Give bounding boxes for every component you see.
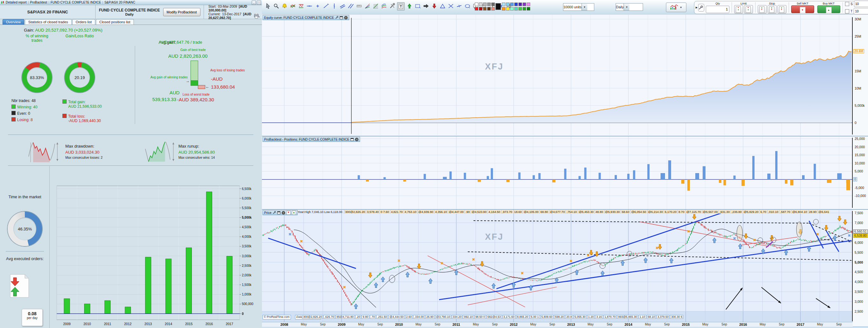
right-arrow-icon[interactable] (423, 2, 430, 10)
point-icon[interactable] (314, 2, 321, 10)
window-icon[interactable] (350, 138, 354, 141)
buy-marker-icon[interactable]: ▲ (292, 211, 296, 215)
chart-type-button[interactable]: ▼ (666, 3, 686, 12)
units-select[interactable]: 10000 units▼ (563, 3, 594, 11)
t-checkbox[interactable] (845, 9, 849, 13)
pattern-detection-icon[interactable] (289, 2, 296, 10)
parallel-lines-icon[interactable] (339, 2, 346, 10)
buy-mkt-button[interactable]: ▲ (817, 5, 840, 13)
palette-color[interactable] (491, 3, 495, 6)
price-panel-tab[interactable]: Price × ▼ ▲ (262, 210, 298, 215)
palette-color[interactable] (491, 7, 495, 10)
svg-text:2012: 2012 (124, 322, 132, 326)
window-icon[interactable] (277, 211, 280, 214)
close-icon[interactable]: × (355, 138, 359, 141)
wrench-icon[interactable] (273, 211, 276, 214)
svg-text:✖: ✖ (847, 233, 851, 238)
palette-color[interactable] (514, 3, 518, 6)
palette-color[interactable] (487, 3, 491, 6)
palette-color[interactable] (519, 7, 522, 10)
palette-color[interactable] (510, 7, 514, 10)
position-bar (487, 176, 489, 179)
sell-marker-icon[interactable]: ▼ (286, 211, 290, 215)
palette-color[interactable] (483, 7, 487, 10)
xaxis-year: 2011 (453, 323, 460, 326)
arcs-icon[interactable] (380, 2, 388, 10)
palette-color[interactable] (475, 3, 478, 6)
lasso-icon[interactable] (464, 2, 471, 10)
fan-lines-icon[interactable] (364, 2, 371, 10)
palette-color[interactable] (475, 7, 478, 10)
pointer-icon[interactable] (265, 2, 272, 10)
zoom-icon[interactable] (273, 2, 280, 10)
palette-color[interactable] (502, 7, 505, 10)
trade-info-label: @4,939.80 (417, 210, 434, 214)
price-chart[interactable]: ✖✖✖✖✖✖✖✖✖✖✖✖✖✖✖ (262, 210, 853, 322)
palette-color[interactable] (483, 3, 487, 6)
equity-chart[interactable] (262, 14, 853, 135)
palette-color[interactable] (523, 7, 526, 10)
crossed-lines-icon[interactable] (447, 2, 455, 10)
palette-color[interactable] (514, 7, 518, 10)
collapse-arrow-icon[interactable]: ▶ (695, 6, 698, 9)
palette-color[interactable] (479, 7, 483, 10)
qty-group: Qty (704, 2, 731, 13)
segment-cross-icon[interactable] (456, 2, 463, 10)
stop-order-button-1[interactable]: ▲▼ (758, 5, 767, 13)
palette-color[interactable] (502, 3, 505, 6)
s-input[interactable] (854, 1, 868, 7)
palette-color[interactable] (506, 7, 509, 10)
trade-info-label: @6,214.30 (647, 210, 664, 214)
s-checkbox[interactable] (845, 2, 849, 6)
palette-color[interactable] (519, 3, 522, 6)
palette-color[interactable] (527, 7, 530, 10)
palette-color[interactable] (527, 3, 530, 6)
zone-icon[interactable] (414, 2, 421, 10)
modify-probacktest-button[interactable]: Modify ProBacktest (163, 8, 200, 16)
palette-color[interactable] (487, 7, 491, 10)
limit-order-button-1[interactable]: ▼▲ (734, 5, 743, 13)
up-arrow-icon[interactable] (406, 2, 413, 10)
qty-input[interactable] (706, 6, 730, 13)
vertical-line-icon[interactable] (331, 2, 338, 10)
alarm-icon[interactable] (281, 2, 288, 10)
tab-orders-list[interactable]: Orders list (72, 19, 95, 25)
print-icon[interactable] (254, 13, 260, 19)
window-icon[interactable] (340, 16, 343, 19)
wrench-icon[interactable] (335, 16, 338, 19)
triangle-icon[interactable] (439, 2, 446, 10)
position-bar (633, 170, 636, 179)
drawing-tools-icon[interactable] (389, 2, 396, 10)
channel-icon[interactable] (347, 2, 354, 10)
svg-text:0: 0 (242, 312, 244, 316)
sell-mkt-button[interactable]: ▼ (791, 5, 814, 13)
timeframe-select[interactable]: Daily▼ (616, 3, 643, 11)
ruler-icon[interactable] (355, 2, 363, 10)
equity-panel-tab[interactable]: Equity curve: FUND CYCLE COMPLETE INDICE… (262, 15, 349, 20)
down-arrow-icon[interactable] (431, 2, 438, 10)
tab-statistics-of-closed-trades[interactable]: Statistics of closed trades (25, 19, 72, 25)
palette-color[interactable] (479, 3, 483, 6)
stop-order-button-3[interactable]: ▲▼ (777, 5, 786, 13)
t-input[interactable] (854, 8, 868, 14)
text-tool-icon[interactable]: T (397, 2, 405, 10)
palette-color[interactable] (510, 3, 514, 6)
palette-color[interactable] (506, 3, 509, 6)
tab-closed-positions-list[interactable]: Closed positions list (96, 19, 134, 25)
close-icon[interactable]: × (344, 16, 348, 20)
price-info-strip: Year:High 7,046.10 Low 6,118.00300@2,826… (298, 210, 852, 214)
positions-chart[interactable] (262, 137, 853, 209)
palette-color[interactable] (523, 3, 526, 6)
fibonacci-icon[interactable] (372, 2, 379, 10)
channel-pattern-icon[interactable] (298, 2, 305, 10)
tab-overview[interactable]: Overview (3, 19, 24, 25)
runup-label: Max runup: (179, 144, 199, 149)
close-icon[interactable]: × (282, 211, 285, 214)
limit-order-button-2[interactable]: ▼▲ (744, 5, 753, 13)
horizontal-line-icon[interactable] (306, 2, 313, 10)
positions-panel-tab[interactable]: ProBacktest - Positions: FUND CYCLE COMP… (262, 137, 360, 142)
order-settings-button[interactable] (698, 4, 704, 11)
stop-order-button-2[interactable]: ▲▼ (768, 5, 777, 13)
trend-line-icon[interactable] (322, 2, 330, 10)
palette-selected-color[interactable] (496, 3, 501, 10)
